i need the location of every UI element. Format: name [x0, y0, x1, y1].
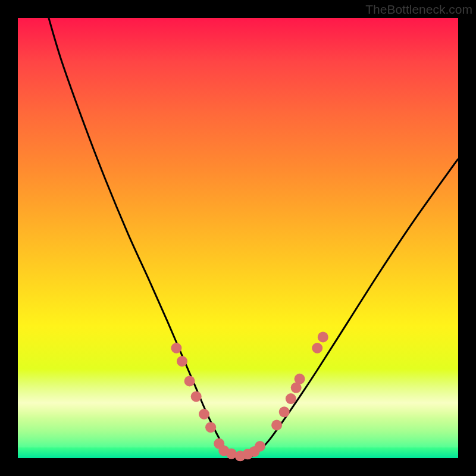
sample-dot — [184, 376, 195, 387]
sample-dot — [295, 374, 305, 384]
sample-dot — [171, 343, 181, 353]
chart-svg — [18, 18, 458, 458]
plot-area — [18, 18, 458, 458]
sample-dot — [318, 332, 328, 343]
sample-dot — [286, 393, 296, 404]
sample-dot — [205, 422, 216, 433]
sample-dot — [271, 420, 282, 431]
sample-dot — [199, 409, 209, 419]
chart-canvas: TheBottleneck.com — [0, 0, 476, 476]
sample-dot — [177, 356, 187, 367]
sample-dot — [255, 441, 265, 452]
sample-dots — [171, 332, 328, 462]
sample-dot — [279, 406, 290, 417]
sample-dot — [191, 391, 202, 402]
sample-dot — [312, 343, 322, 353]
watermark-label: TheBottleneck.com — [365, 2, 472, 17]
bottleneck-curve — [49, 18, 458, 459]
